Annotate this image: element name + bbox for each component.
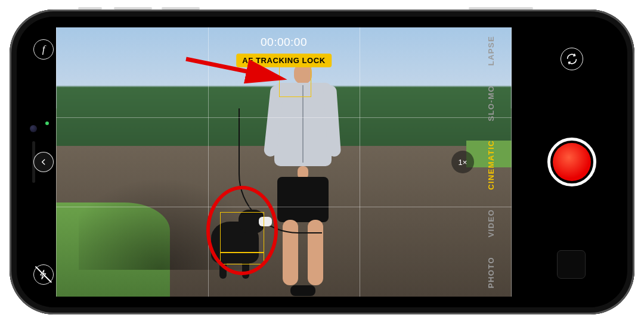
side-button-hw (469, 7, 533, 10)
volume-up-button-hw (114, 7, 152, 10)
grid-line (56, 117, 512, 118)
depth-control-button[interactable]: f (33, 39, 54, 60)
mute-switch (78, 7, 102, 10)
mode-lapse[interactable]: LAPSE (487, 26, 496, 75)
f-stop-icon: f (42, 43, 45, 55)
zoom-level-button[interactable]: 1× (451, 151, 474, 173)
volume-down-button-hw (162, 7, 200, 10)
camera-indicator-icon (45, 122, 49, 125)
back-button[interactable] (33, 152, 54, 172)
flash-off-button[interactable] (33, 264, 54, 285)
record-icon (553, 143, 591, 181)
af-tracking-lock-badge: AF TRACKING LOCK (236, 54, 332, 67)
grid-line (56, 207, 512, 207)
last-capture-thumbnail[interactable] (557, 250, 586, 279)
record-button[interactable] (547, 138, 596, 186)
mode-photo[interactable]: PHOTO (487, 247, 496, 298)
screen: f (19, 19, 625, 305)
zoom-level-label: 1× (459, 158, 467, 167)
grid-line (208, 27, 209, 297)
focus-box-dog[interactable] (220, 212, 264, 264)
flip-camera-button[interactable] (561, 48, 583, 70)
mode-video[interactable]: VIDEO (487, 200, 496, 247)
mode-cinematic[interactable]: CINEMATIC (487, 130, 496, 200)
grid-line (360, 27, 360, 297)
mode-slomo[interactable]: SLO-MO (487, 76, 496, 130)
iphone-frame: f (10, 10, 634, 314)
record-timecode: 00:00:00 (261, 36, 307, 49)
chevron-left-icon (39, 158, 48, 166)
rotate-icon (565, 52, 578, 66)
mode-selector[interactable]: LAPSE SLO-MO CINEMATIC VIDEO PHOTO (482, 19, 500, 305)
camera-viewfinder[interactable]: 00:00:00 AF TRACKING LOCK (56, 27, 512, 297)
